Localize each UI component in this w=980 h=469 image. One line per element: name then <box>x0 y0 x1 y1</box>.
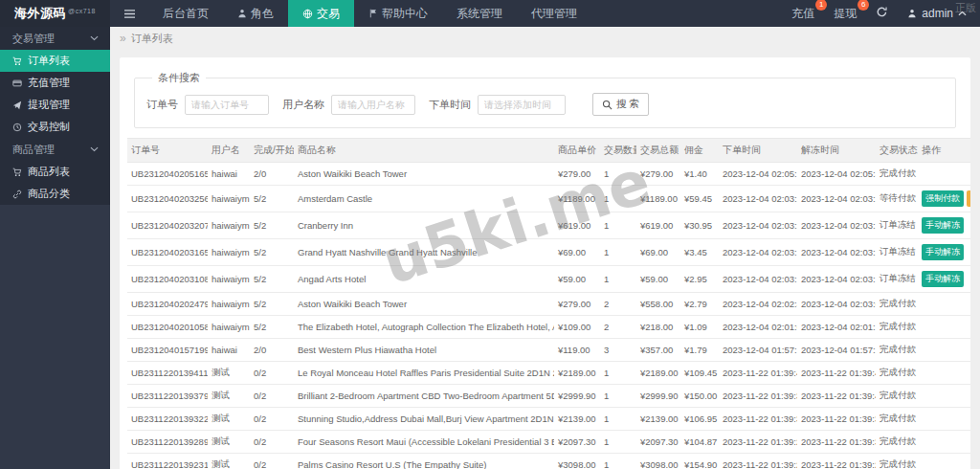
link-icon <box>12 190 22 199</box>
order-time-field-label: 下单时间 <box>429 98 471 112</box>
cell-qty: 1 <box>600 266 636 293</box>
sidebar: 交易管理订单列表充值管理提现管理交易控制商品管理商品列表商品分类 <box>0 27 110 469</box>
table-row: UB2312040201058786haiwaiym5/2The Elizabe… <box>127 316 970 339</box>
cell-user: haiwaiym <box>208 266 250 293</box>
cell-order-time: 2023-11-22 01:39:37 <box>719 385 797 408</box>
cell-product: Le Royal Monceau Hotel Raffles Paris Pre… <box>294 362 554 385</box>
cell-price: ¥2139.00 <box>554 408 600 431</box>
column-header: 商品名称 <box>294 139 554 163</box>
user-menu[interactable]: admin <box>907 7 967 20</box>
breadcrumb-current: 订单列表 <box>131 32 173 46</box>
search-button[interactable]: 搜 索 <box>592 93 649 116</box>
menu-toggle-button[interactable] <box>110 0 148 27</box>
user-name-field[interactable] <box>331 95 415 115</box>
cancel-order-button[interactable]: 取消订单 <box>967 190 970 207</box>
cell-status: 完成付款 <box>876 454 918 469</box>
cell-user: 测试 <box>208 454 250 469</box>
recharge-link[interactable]: 充值1 <box>791 6 814 22</box>
cell-progress: 5/2 <box>250 266 294 293</box>
cell-commission: ¥30.95 <box>680 212 719 239</box>
manual-unfreeze-button[interactable]: 手动解冻 <box>922 244 964 260</box>
cell-commission: ¥1.79 <box>680 339 719 362</box>
cell-actions <box>918 362 970 385</box>
cell-product: Brilliant 2-Bedroom Apartment CBD Two-Be… <box>294 385 554 408</box>
table-row: UB2312040157199331haiwai2/0Best Western … <box>127 339 970 362</box>
sidebar-item-product-list[interactable]: 商品列表 <box>0 161 110 183</box>
main-content: » 订单列表 条件搜索 订单号用户名称下单时间 搜 索 订单号用户名完成/开始商… <box>110 27 980 469</box>
cell-total: ¥3098.00 <box>636 454 680 469</box>
globe-icon <box>302 9 313 19</box>
cell-actions: 手动解冻 <box>918 212 970 239</box>
cell-status: 完成付款 <box>876 408 918 431</box>
table-row: UB2311220139411971测试0/2Le Royal Monceau … <box>127 362 970 385</box>
cell-actions <box>918 454 970 469</box>
cell-total: ¥619.00 <box>636 212 680 239</box>
cell-total: ¥357.00 <box>636 339 680 362</box>
sidebar-item-label: 商品分类 <box>28 187 70 201</box>
cell-user: haiwai <box>208 163 250 186</box>
column-header: 交易状态 <box>876 139 918 163</box>
cell-order-no: UB2311220139231169 <box>127 454 208 469</box>
cell-commission: ¥1.09 <box>680 316 719 339</box>
cell-order-no: UB2312040203256843 <box>127 186 208 212</box>
cell-status: 订单冻结 <box>876 212 918 239</box>
nav-item-label: 帮助中心 <box>382 6 428 22</box>
column-header: 操作 <box>918 139 970 163</box>
cell-status: 完成付款 <box>876 431 918 454</box>
order-time-field[interactable] <box>478 95 566 115</box>
sidebar-item-recharge-mgmt[interactable]: 充值管理 <box>0 72 110 94</box>
cell-price: ¥2189.00 <box>554 362 600 385</box>
card-icon <box>12 78 22 88</box>
user-name-field-label: 用户名称 <box>282 98 324 112</box>
manual-unfreeze-button[interactable]: 手动解冻 <box>922 217 964 234</box>
withdraw-link[interactable]: 提现6 <box>834 6 857 22</box>
sidebar-item-withdraw-mgmt[interactable]: 提现管理 <box>0 94 110 116</box>
nav-agent[interactable]: 代理管理 <box>517 0 591 27</box>
group-trade-mgmt[interactable]: 交易管理 <box>0 27 110 50</box>
column-header: 交易数量 <box>600 139 636 163</box>
cell-order-no: UB2312040205165520 <box>127 163 208 186</box>
column-header: 解冻时间 <box>797 139 876 163</box>
username: admin <box>922 7 953 20</box>
cell-actions <box>918 408 970 431</box>
nav-home[interactable]: 后台首页 <box>148 0 223 27</box>
sidebar-item-product-category[interactable]: 商品分类 <box>0 183 110 205</box>
cell-qty: 1 <box>600 454 636 469</box>
nav-help[interactable]: 帮助中心 <box>354 0 442 27</box>
cell-product: Best Western Plus Hiawatha Hotel <box>294 339 554 362</box>
cell-unfreeze-time: 2023-12-04 02:05:34 <box>797 163 876 186</box>
group-label: 商品管理 <box>12 143 55 157</box>
manual-unfreeze-button[interactable]: 手动解冻 <box>922 271 964 287</box>
cell-unfreeze-time: 2023-12-04 02:03:05 <box>797 293 876 316</box>
table-row: UB2312040202479829haiwaiym5/2Aston Waiki… <box>127 293 970 316</box>
cell-user: 测试 <box>208 431 250 454</box>
cell-progress: 0/2 <box>250 408 294 431</box>
cell-product: Stunning Studio,Address Dubai Mall,Burj … <box>294 408 554 431</box>
cell-progress: 0/2 <box>250 431 294 454</box>
cell-progress: 0/2 <box>250 454 294 469</box>
cell-unfreeze-time: 2023-11-22 01:39:37 <box>797 408 876 431</box>
cell-actions <box>918 431 970 454</box>
force-pay-button[interactable]: 强制付款 <box>922 190 964 207</box>
cell-total: ¥2097.30 <box>636 431 680 454</box>
sidebar-item-label: 商品列表 <box>28 165 70 179</box>
cell-commission: ¥59.45 <box>680 186 719 212</box>
user-icon <box>907 9 917 18</box>
sidebar-item-trade-control[interactable]: 交易控制 <box>0 116 110 138</box>
refresh-button[interactable] <box>876 6 888 21</box>
cell-progress: 2/0 <box>250 339 294 362</box>
cell-progress: 5/2 <box>250 212 294 239</box>
cell-price: ¥119.00 <box>554 339 600 362</box>
cell-price: ¥1189.00 <box>554 186 600 212</box>
recharge-badge: 1 <box>815 0 827 11</box>
nav-system[interactable]: 系统管理 <box>442 0 517 27</box>
clock-icon <box>12 123 22 132</box>
sidebar-item-order-list[interactable]: 订单列表 <box>0 50 110 72</box>
group-product-mgmt[interactable]: 商品管理 <box>0 138 110 161</box>
nav-trade[interactable]: 交易 <box>288 0 354 27</box>
cell-progress: 5/2 <box>250 316 294 339</box>
nav-role[interactable]: 角色 <box>223 0 288 27</box>
breadcrumb-separator: » <box>120 32 126 45</box>
cell-user: haiwaiym <box>208 316 250 339</box>
order-no-field[interactable] <box>185 95 269 115</box>
